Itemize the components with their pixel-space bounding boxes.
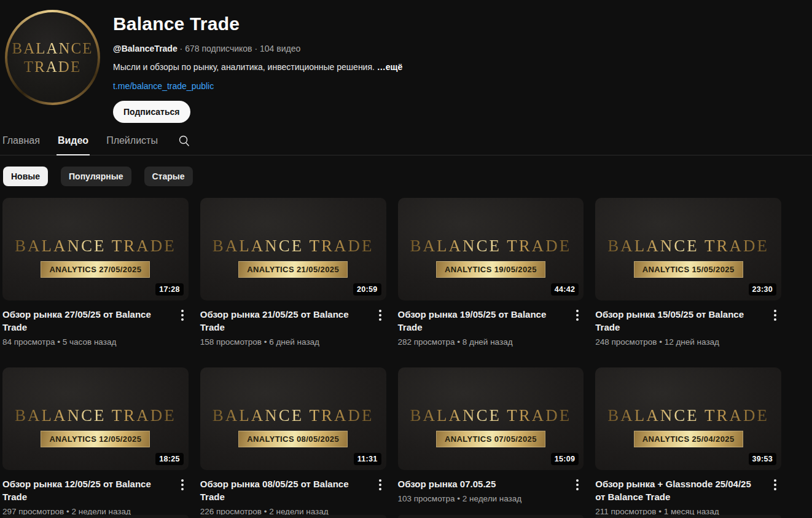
video-duration-badge: 11:31 (354, 453, 381, 465)
kebab-menu-icon (774, 484, 776, 486)
video-menu-button[interactable] (176, 308, 189, 323)
video-thumbnail[interactable]: BALANCE TRADE ANALYTICS 08/05/2025 11:31 (200, 367, 386, 470)
video-menu-button[interactable] (374, 308, 386, 323)
thumbnail-brand-text: BALANCE TRADE (410, 406, 571, 425)
subscriber-count: 678 подписчиков (185, 44, 252, 53)
channel-links: t.me/balance_trade_public (113, 81, 402, 91)
video-meta: 84 просмотра • 5 часов назад (2, 337, 176, 347)
channel-title: Balance Trade (113, 14, 402, 34)
stats-separator: · (254, 44, 257, 53)
thumbnail-analytics-badge: ANALYTICS 15/05/2025 (634, 261, 743, 278)
thumbnail-analytics-badge: ANALYTICS 21/05/2025 (238, 261, 348, 278)
video-count: 104 видео (260, 44, 300, 53)
video-thumbnail[interactable]: BALANCE TRADE ANALYTICS 19/05/2025 44:42 (398, 198, 584, 300)
thumbnail-analytics-badge: ANALYTICS 19/05/2025 (436, 261, 545, 278)
thumbnail-brand-text: BALANCE TRADE (15, 237, 176, 256)
video-menu-button[interactable] (176, 477, 189, 492)
thumbnail-brand-text: BALANCE TRADE (15, 406, 176, 425)
video-thumbnail[interactable]: BALANCE TRADE ANALYTICS 25/04/2025 39:53 (595, 367, 781, 470)
thumbnail-brand-text: BALANCE TRADE (213, 406, 374, 425)
video-menu-button[interactable] (571, 477, 584, 492)
thumbnail-analytics-badge: ANALYTICS 12/05/2025 (41, 431, 150, 447)
kebab-menu-icon (576, 484, 579, 486)
video-title[interactable]: Обзор рынка 15/05/25 от Balance Trade (595, 308, 769, 334)
thumbnail-brand-text: BALANCE TRADE (213, 237, 374, 256)
channel-description-text: Мысли и обзоры по рынку, аналитика, инве… (113, 62, 375, 72)
next-row-thumbnails-edge (2, 515, 781, 518)
video-card[interactable]: BALANCE TRADE ANALYTICS 21/05/2025 20:59… (200, 198, 386, 347)
video-title[interactable]: Обзор рынка 27/05/25 от Balance Trade (2, 308, 176, 334)
video-title[interactable]: Обзор рынка 21/05/25 от Balance Trade (200, 308, 374, 334)
kebab-menu-icon (774, 314, 776, 316)
channel-search-button[interactable] (174, 131, 192, 155)
channel-avatar-logo: BALANCE TRADE (7, 12, 98, 103)
video-card[interactable]: BALANCE TRADE ANALYTICS 07/05/2025 15:09… (398, 367, 584, 516)
video-duration-badge: 44:42 (551, 283, 579, 296)
video-thumbnail[interactable]: BALANCE TRADE ANALYTICS 12/05/2025 18:25 (2, 367, 189, 470)
tab-playlists[interactable]: Плейлисты (105, 131, 159, 155)
video-thumbnail[interactable]: BALANCE TRADE ANALYTICS 15/05/2025 23:30 (595, 198, 781, 300)
video-card[interactable]: BALANCE TRADE ANALYTICS 19/05/2025 44:42… (398, 198, 584, 347)
channel-info: Balance Trade @BalanceTrade · 678 подпис… (113, 10, 402, 123)
video-card[interactable]: BALANCE TRADE ANALYTICS 08/05/2025 11:31… (200, 367, 386, 516)
video-menu-button[interactable] (571, 308, 584, 323)
video-meta: 158 просмотров • 6 дней назад (200, 337, 374, 347)
tab-home[interactable]: Главная (1, 131, 41, 155)
filter-chip-old[interactable]: Старые (144, 167, 193, 186)
video-meta: 282 просмотра • 8 дней назад (398, 337, 572, 347)
description-more-link[interactable]: …ещё (377, 62, 402, 72)
video-menu-button[interactable] (374, 477, 386, 492)
thumbnail-analytics-badge: ANALYTICS 27/05/2025 (41, 261, 150, 278)
thumbnail-analytics-badge: ANALYTICS 08/05/2025 (238, 431, 348, 447)
stats-separator: · (180, 44, 183, 53)
thumbnail-analytics-badge: ANALYTICS 07/05/2025 (436, 431, 545, 447)
video-card[interactable]: BALANCE TRADE ANALYTICS 27/05/2025 17:28… (2, 198, 189, 347)
subscribe-button[interactable]: Подписаться (113, 101, 190, 123)
video-card[interactable]: BALANCE TRADE ANALYTICS 12/05/2025 18:25… (2, 367, 189, 516)
channel-tabs: Главная Видео Плейлисты (0, 131, 812, 155)
video-title[interactable]: Обзор рынка + Glassnode 25/04/25 от Bala… (595, 477, 769, 503)
channel-avatar[interactable]: BALANCE TRADE (5, 10, 100, 105)
thumbnail-brand-text: BALANCE TRADE (607, 406, 769, 425)
channel-handle: @BalanceTrade (113, 44, 178, 53)
video-title[interactable]: Обзор рынка 08/05/25 от Balance Trade (200, 477, 374, 503)
thumbnail-brand-text: BALANCE TRADE (607, 237, 769, 256)
avatar-logo-line1: BALANCE (12, 40, 93, 57)
thumbnail-analytics-badge: ANALYTICS 25/04/2025 (634, 431, 743, 447)
video-thumbnail[interactable]: BALANCE TRADE ANALYTICS 21/05/2025 20:59 (200, 198, 386, 300)
video-duration-badge: 18:25 (155, 453, 183, 465)
channel-stats: @BalanceTrade · 678 подписчиков · 104 ви… (113, 44, 402, 53)
video-meta: 248 просмотров • 12 дней назад (595, 337, 769, 347)
channel-description[interactable]: Мысли и обзоры по рынку, аналитика, инве… (113, 62, 402, 72)
video-duration-badge: 39:53 (749, 453, 776, 465)
video-menu-button[interactable] (769, 477, 781, 492)
video-card[interactable]: BALANCE TRADE ANALYTICS 25/04/2025 39:53… (595, 367, 781, 516)
channel-header: BALANCE TRADE Balance Trade @BalanceTrad… (0, 0, 812, 123)
kebab-menu-icon (379, 484, 381, 486)
video-title[interactable]: Обзор рынка 07.05.25 (398, 477, 572, 490)
kebab-menu-icon (379, 314, 381, 316)
video-filter-chips: Новые Популярные Старые (3, 167, 812, 186)
kebab-menu-icon (181, 314, 184, 316)
video-title[interactable]: Обзор рынка 12/05/25 от Balance Trade (2, 477, 176, 503)
video-duration-badge: 20:59 (353, 283, 381, 296)
video-thumbnail[interactable]: BALANCE TRADE ANALYTICS 07/05/2025 15:09 (398, 367, 584, 470)
video-grid: BALANCE TRADE ANALYTICS 27/05/2025 17:28… (2, 198, 781, 516)
thumbnail-brand-text: BALANCE TRADE (410, 237, 571, 256)
kebab-menu-icon (181, 484, 184, 486)
filter-chip-popular[interactable]: Популярные (61, 167, 131, 186)
video-title[interactable]: Обзор рынка 19/05/25 от Balance Trade (398, 308, 572, 334)
search-icon (178, 135, 190, 147)
filter-chip-new[interactable]: Новые (3, 167, 48, 186)
telegram-link[interactable]: t.me/balance_trade_public (113, 81, 214, 91)
video-duration-badge: 17:28 (155, 283, 183, 296)
video-duration-badge: 23:30 (749, 283, 776, 296)
video-duration-badge: 15:09 (551, 453, 579, 465)
video-card[interactable]: BALANCE TRADE ANALYTICS 15/05/2025 23:30… (595, 198, 781, 347)
tab-videos[interactable]: Видео (57, 131, 90, 155)
kebab-menu-icon (576, 314, 579, 316)
video-menu-button[interactable] (769, 308, 781, 323)
avatar-logo-line2: TRADE (24, 58, 81, 76)
video-meta: 103 просмотра • 2 недели назад (398, 494, 572, 503)
video-thumbnail[interactable]: BALANCE TRADE ANALYTICS 27/05/2025 17:28 (2, 198, 189, 300)
